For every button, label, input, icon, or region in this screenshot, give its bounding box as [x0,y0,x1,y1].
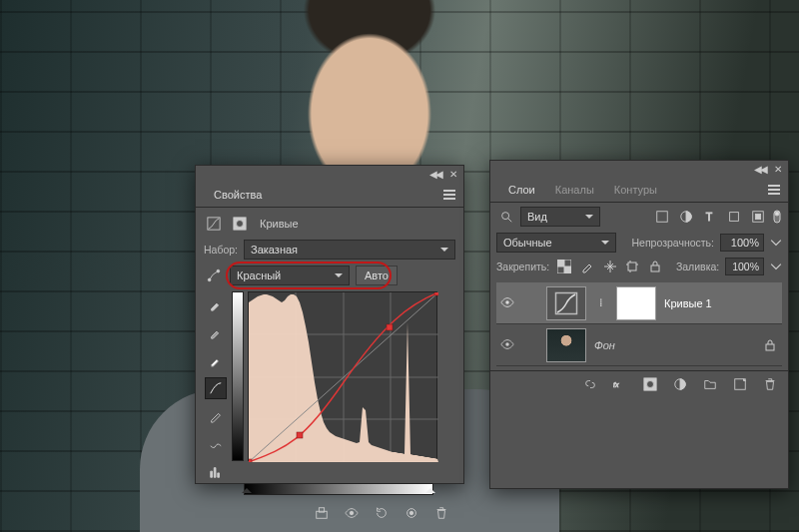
filter-pixel-icon[interactable] [652,207,672,227]
lock-icon[interactable] [760,335,780,355]
properties-panel: ◀◀ Свойства Кривые Набор: Заказная [195,165,464,484]
svg-rect-14 [387,324,393,330]
mask-icon [230,214,250,234]
filter-kind-dropdown[interactable]: Вид [520,207,600,227]
eyedropper-black-icon[interactable] [205,293,227,315]
preset-label: Набор: [204,244,238,256]
tab-properties[interactable]: Свойства [204,183,272,206]
curve-smooth-icon[interactable] [205,433,227,455]
blend-mode-dropdown[interactable]: Обычные [496,233,616,253]
filter-shape-icon[interactable] [724,207,744,227]
curve-pencil-tool-icon[interactable] [205,405,227,427]
layer-name[interactable]: Кривые 1 [664,297,780,309]
svg-rect-35 [651,266,659,271]
svg-rect-39 [766,344,774,350]
layer-row-curves[interactable]: ⁞ Кривые 1 [496,282,782,324]
auto-button-label: Авто [365,269,389,281]
lock-transparency-icon[interactable] [555,257,572,276]
close-icon[interactable] [449,168,457,180]
properties-panel-controls: ◀◀ [196,166,463,182]
trash-icon[interactable] [431,503,451,523]
layer-list: ⁞ Кривые 1 Фон [496,282,782,366]
panel-menu-icon[interactable] [768,185,780,195]
view-previous-icon[interactable] [342,503,362,523]
collapse-icon[interactable]: ◀◀ [754,164,766,175]
opacity-label: Непрозрачность: [632,237,715,249]
link-layers-icon[interactable] [580,374,600,394]
filter-toggle-switch[interactable] [772,207,782,227]
toggle-visibility-icon[interactable] [401,503,421,523]
lock-artboard-icon[interactable] [624,257,641,276]
layers-panel-footer: fx [490,370,788,396]
new-adjustment-icon[interactable] [670,374,690,394]
new-group-icon[interactable] [700,374,720,394]
opacity-field[interactable]: 100% [720,234,764,252]
layer-row-background[interactable]: Фон [496,324,782,366]
visibility-eye-icon[interactable] [498,295,516,311]
lock-position-icon[interactable] [601,257,618,276]
svg-line-22 [508,219,512,223]
svg-point-4 [217,269,220,272]
filter-type-icon[interactable]: T [700,207,720,227]
targeted-adjust-icon[interactable] [204,266,224,285]
blend-opacity-row: Обычные Непрозрачность: 100% [496,233,782,253]
svg-rect-26 [730,213,739,222]
panel-menu-icon[interactable] [443,190,455,200]
tab-paths[interactable]: Контуры [604,178,667,201]
chevron-down-icon[interactable] [770,257,782,276]
visibility-eye-icon[interactable] [498,337,516,353]
eyedropper-gray-icon[interactable] [205,321,227,343]
lock-all-icon[interactable] [647,257,664,276]
tab-channels[interactable]: Каналы [545,178,604,201]
svg-point-30 [775,212,779,216]
svg-rect-15 [434,292,438,295]
blend-mode-value: Обычные [503,237,552,249]
reset-icon[interactable] [372,503,392,523]
svg-rect-13 [297,432,303,438]
mask-link-icon[interactable]: ⁞ [594,296,608,309]
svg-point-2 [237,221,244,228]
fill-field[interactable]: 100% [725,258,764,275]
preset-dropdown[interactable]: Заказная [244,240,455,260]
layers-panel-controls: ◀◀ [490,161,788,177]
fill-value: 100% [732,261,759,272]
histogram-toggle-icon[interactable] [205,461,227,483]
lock-pixels-icon[interactable] [578,257,595,276]
adjustment-heading-row: Кривые [204,214,455,234]
collapse-icon[interactable]: ◀◀ [429,169,441,180]
properties-footer [204,495,455,525]
layers-panel-body: Вид T Обычные Непрозрачность: 100% Закре… [490,203,788,370]
layer-name[interactable]: Фон [594,339,752,351]
layer-mask-thumb[interactable] [616,286,656,320]
lock-fill-row: Закрепить: Заливка: 100% [496,257,782,276]
curves-tool-column [204,291,228,483]
svg-point-21 [502,213,509,220]
add-mask-icon[interactable] [640,374,660,394]
opacity-value: 100% [731,237,759,249]
svg-point-18 [350,511,354,515]
channel-dropdown[interactable]: Красный [230,266,350,285]
tab-layers[interactable]: Слои [498,178,545,201]
fill-label: Заливка: [676,261,719,272]
curves-graph[interactable] [248,291,437,461]
new-layer-icon[interactable] [730,374,750,394]
close-icon[interactable] [774,163,782,175]
output-gradient [232,291,244,461]
eyedropper-white-icon[interactable] [205,349,227,371]
filter-smart-icon[interactable] [748,207,768,227]
curve-smooth-tool-icon[interactable] [205,377,227,399]
curves-editor [204,291,455,483]
clip-to-layer-icon[interactable] [312,503,332,523]
svg-rect-34 [628,263,636,270]
auto-button[interactable]: Авто [356,266,398,285]
filter-adjust-icon[interactable] [676,207,696,227]
input-gradient[interactable] [244,483,433,495]
trash-icon[interactable] [760,374,780,394]
svg-point-42 [647,380,654,387]
search-icon[interactable] [496,207,516,227]
layer-pixel-thumb [546,328,586,362]
filter-kind-value: Вид [527,211,547,223]
chevron-down-icon[interactable] [770,233,782,253]
adjustment-title: Кривые [260,218,299,230]
fx-icon[interactable]: fx [610,374,630,394]
